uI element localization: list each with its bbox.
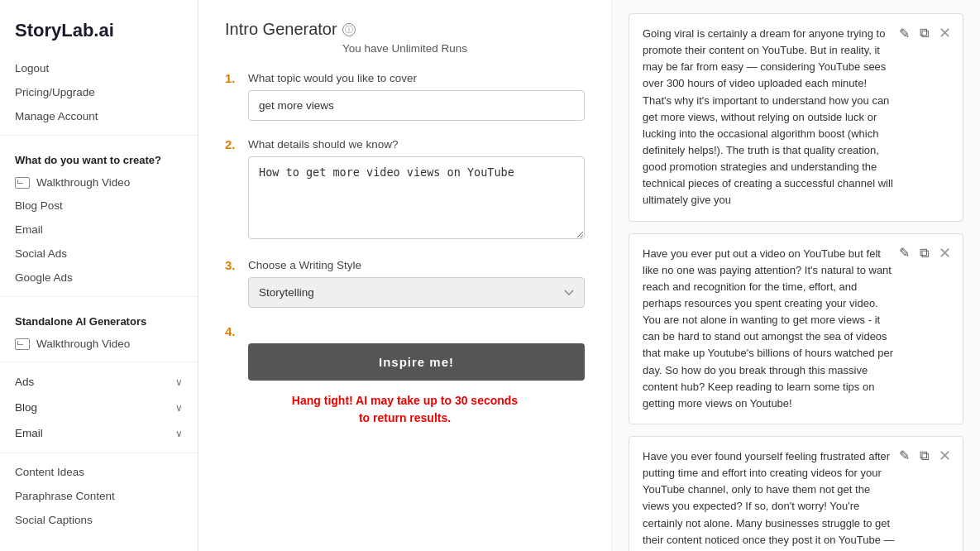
sidebar-item-social-ads[interactable]: Social Ads <box>0 242 198 266</box>
close-button-3[interactable]: ✕ <box>935 445 954 467</box>
sidebar-item-google-ads[interactable]: Google Ads <box>0 266 198 290</box>
sidebar-item-email[interactable]: Email <box>0 218 198 242</box>
app-logo: StoryLab.ai <box>0 13 198 56</box>
step3-number: 3. <box>225 258 240 272</box>
inspire-button[interactable]: Inspire me! <box>248 343 585 381</box>
step2-input-wrap <box>248 156 585 242</box>
divider-3 <box>0 362 198 362</box>
form-step-3: 3. Choose a Writing Style StorytellingIn… <box>225 258 585 308</box>
sidebar-item-content-ideas[interactable]: Content Ideas <box>0 460 198 484</box>
step1-header: 1. What topic would you like to cover <box>225 71 585 85</box>
close-button-1[interactable]: ✕ <box>935 22 954 44</box>
form-step-4: 4. Inspire me! Hang tight! AI may take u… <box>225 324 585 427</box>
sidebar-item-walkthrough-2[interactable]: Walkthrough Video <box>0 333 198 355</box>
step1-label: What topic would you like to cover <box>248 71 417 84</box>
step1-number: 1. <box>225 71 240 85</box>
divider-2 <box>0 296 198 297</box>
chevron-down-icon-email: ∨ <box>175 428 183 439</box>
page-title: Intro Generator <box>225 20 337 39</box>
edit-button-2[interactable]: ✎ <box>896 242 913 264</box>
sidebar-item-blog-post[interactable]: Blog Post <box>0 194 198 218</box>
step3-label: Choose a Writing Style <box>248 258 361 271</box>
video-icon-2 <box>15 338 30 350</box>
result-card-3: Have you ever found yourself feeling fru… <box>629 436 963 551</box>
result-actions-1: ✎⧉✕ <box>896 22 954 44</box>
chevron-down-icon-ads: ∨ <box>175 376 183 388</box>
form-step-1: 1. What topic would you like to cover <box>225 71 585 121</box>
writing-style-select[interactable]: StorytellingInformativeConversationalPer… <box>248 277 585 308</box>
sidebar-item-manage-account[interactable]: Manage Account <box>0 104 198 128</box>
topic-input[interactable] <box>248 90 585 121</box>
copy-button-3[interactable]: ⧉ <box>916 445 932 467</box>
step4-header: 4. <box>225 324 585 338</box>
form-step-2: 2. What details should we know? <box>225 137 585 242</box>
page-title-container: Intro Generator ⓘ <box>225 20 585 39</box>
step3-header: 3. Choose a Writing Style <box>225 258 585 272</box>
close-button-2[interactable]: ✕ <box>935 242 954 264</box>
results-panel: Going viral is certainly a dream for any… <box>612 0 980 551</box>
edit-button-3[interactable]: ✎ <box>896 445 913 467</box>
step2-header: 2. What details should we know? <box>225 137 585 151</box>
standalone-title: Standalone AI Generators <box>0 304 198 333</box>
collapsible-ads[interactable]: Ads ∨ <box>0 369 198 395</box>
divider-4 <box>0 453 198 453</box>
sidebar: StoryLab.ai Logout Pricing/Upgrade Manag… <box>0 0 198 551</box>
step3-input-wrap: StorytellingInformativeConversationalPer… <box>248 277 585 308</box>
step4-number: 4. <box>225 324 240 338</box>
details-input[interactable] <box>248 156 585 239</box>
step2-number: 2. <box>225 137 240 151</box>
sidebar-item-social-captions[interactable]: Social Captions <box>0 508 198 532</box>
sidebar-item-logout[interactable]: Logout <box>0 56 198 80</box>
edit-button-1[interactable]: ✎ <box>896 22 913 44</box>
unlimited-badge: You have Unlimited Runs <box>225 42 585 55</box>
result-text-2: Have you ever put out a video on YouTube… <box>643 246 896 412</box>
collapsible-blog[interactable]: Blog ∨ <box>0 395 198 420</box>
what-create-title: What do you want to create? <box>0 142 198 171</box>
video-icon-1 <box>15 177 30 189</box>
loading-text: Hang tight! AI may take up to 30 seconds… <box>225 392 585 427</box>
chevron-down-icon-blog: ∨ <box>175 402 183 414</box>
result-card-2: Have you ever put out a video on YouTube… <box>629 233 963 424</box>
step1-input-wrap <box>248 90 585 121</box>
copy-button-1[interactable]: ⧉ <box>916 22 932 44</box>
step2-label: What details should we know? <box>248 137 399 151</box>
sidebar-item-paraphrase[interactable]: Paraphrase Content <box>0 484 198 508</box>
result-text-3: Have you ever found yourself feeling fru… <box>643 448 896 551</box>
result-actions-3: ✎⧉✕ <box>896 445 954 467</box>
divider-1 <box>0 135 198 136</box>
result-text-1: Going viral is certainly a dream for any… <box>643 26 896 209</box>
result-card-1: Going viral is certainly a dream for any… <box>629 13 963 222</box>
collapsible-email[interactable]: Email ∨ <box>0 420 198 446</box>
copy-button-2[interactable]: ⧉ <box>916 242 932 264</box>
sidebar-item-walkthrough-1[interactable]: Walkthrough Video <box>0 171 198 194</box>
sidebar-nav: Logout Pricing/Upgrade Manage Account <box>0 56 198 128</box>
main-content: Intro Generator ⓘ You have Unlimited Run… <box>198 0 980 551</box>
result-actions-2: ✎⧉✕ <box>896 242 954 264</box>
info-icon[interactable]: ⓘ <box>342 23 356 36</box>
content-area: Intro Generator ⓘ You have Unlimited Run… <box>198 0 980 551</box>
sidebar-item-pricing[interactable]: Pricing/Upgrade <box>0 80 198 104</box>
form-panel: Intro Generator ⓘ You have Unlimited Run… <box>198 0 612 551</box>
